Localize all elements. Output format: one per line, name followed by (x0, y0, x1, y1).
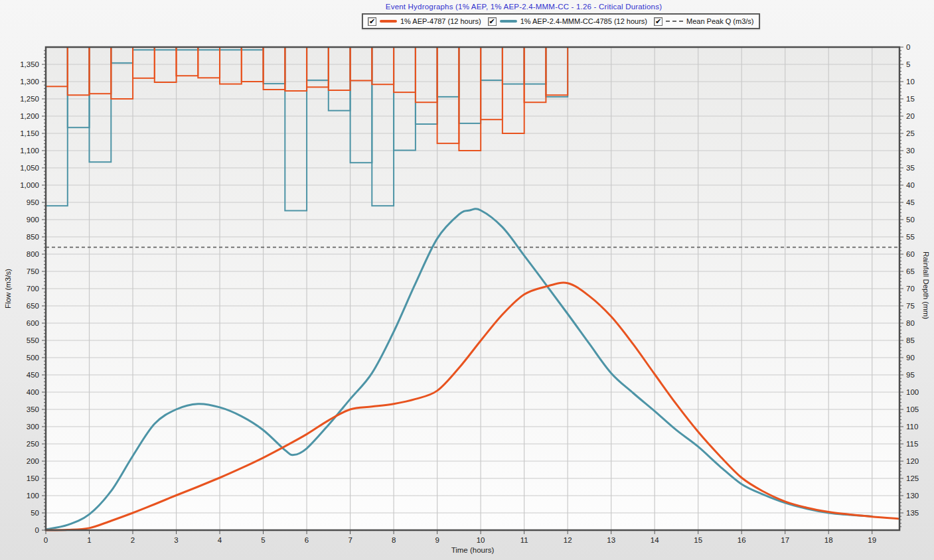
legend-item-label: 1% AEP-4787 (12 hours) (400, 17, 481, 25)
legend-item-label: 1% AEP-2.4-MMM-CC-4785 (12 hours) (520, 17, 647, 25)
svg-text:500: 500 (27, 354, 39, 362)
svg-text:50: 50 (31, 509, 39, 517)
legend-checkbox-icon[interactable]: ✔ (368, 17, 376, 26)
svg-text:1,200: 1,200 (20, 112, 39, 120)
svg-text:55: 55 (906, 233, 915, 241)
line-sample-icon (500, 20, 517, 23)
svg-text:80: 80 (906, 319, 915, 327)
svg-text:10: 10 (477, 536, 485, 544)
svg-text:2: 2 (131, 536, 135, 544)
svg-text:900: 900 (27, 216, 39, 224)
svg-text:1,000: 1,000 (20, 181, 39, 189)
svg-text:650: 650 (27, 302, 39, 310)
svg-text:150: 150 (27, 474, 39, 482)
legend-checkbox-icon[interactable]: ✔ (654, 17, 662, 26)
svg-text:250: 250 (27, 440, 39, 448)
svg-text:1: 1 (87, 536, 91, 544)
svg-text:8: 8 (392, 536, 396, 544)
svg-text:550: 550 (27, 336, 39, 344)
legend-item-0: ✔1% AEP-4787 (12 hours) (368, 17, 481, 26)
svg-text:85: 85 (906, 336, 915, 344)
svg-text:14: 14 (651, 536, 659, 544)
svg-text:115: 115 (906, 440, 918, 448)
svg-text:0: 0 (35, 526, 39, 534)
svg-text:10: 10 (906, 78, 915, 86)
svg-text:105: 105 (906, 405, 919, 413)
svg-text:125: 125 (906, 474, 919, 482)
svg-text:1,050: 1,050 (20, 164, 39, 172)
svg-text:120: 120 (906, 457, 919, 465)
svg-text:110: 110 (906, 423, 918, 431)
svg-text:15: 15 (694, 536, 702, 544)
legend-item-2: ✔Mean Peak Q (m3/s) (654, 17, 753, 26)
svg-text:65: 65 (906, 267, 915, 275)
svg-text:9: 9 (435, 536, 439, 544)
legend-item-label: Mean Peak Q (m3/s) (686, 17, 753, 25)
svg-text:1,250: 1,250 (20, 95, 39, 103)
svg-text:300: 300 (27, 423, 39, 431)
svg-text:3: 3 (174, 536, 178, 544)
svg-text:13: 13 (607, 536, 615, 544)
svg-text:20: 20 (906, 112, 915, 120)
svg-text:700: 700 (27, 285, 39, 293)
svg-text:135: 135 (906, 509, 919, 517)
svg-text:100: 100 (906, 388, 919, 396)
svg-text:1,300: 1,300 (20, 78, 39, 86)
svg-text:4: 4 (218, 536, 222, 544)
svg-text:800: 800 (27, 250, 39, 258)
flow-axis-title: Flow (m3/s) (4, 269, 12, 309)
rain-axis-tick-labels: 0510152025303540455055606570758085909510… (906, 43, 919, 517)
svg-text:5: 5 (906, 60, 910, 68)
svg-text:12: 12 (564, 536, 572, 544)
plot-area: 0501001502002503003504004505005506006507… (0, 0, 934, 560)
svg-text:18: 18 (824, 536, 833, 544)
legend-checkbox-icon[interactable]: ✔ (488, 17, 497, 26)
chart-window: 0501001502002503003504004505005506006507… (0, 0, 934, 560)
svg-text:750: 750 (27, 267, 39, 275)
flow-axis-tick-labels: 0501001502002503003504004505005506006507… (20, 60, 39, 534)
svg-text:30: 30 (906, 147, 915, 155)
svg-text:5: 5 (261, 536, 265, 544)
page-title: Event Hydrographs (1% AEP, 1% AEP-2.4-MM… (386, 3, 662, 11)
svg-text:50: 50 (906, 216, 915, 224)
svg-text:1,350: 1,350 (20, 60, 39, 68)
svg-text:6: 6 (305, 536, 309, 544)
svg-text:600: 600 (27, 319, 39, 327)
svg-text:15: 15 (906, 95, 915, 103)
svg-text:17: 17 (781, 536, 789, 544)
svg-text:0: 0 (906, 43, 910, 51)
svg-text:1,100: 1,100 (20, 147, 39, 155)
svg-text:75: 75 (906, 302, 915, 310)
svg-text:850: 850 (27, 233, 39, 241)
svg-text:95: 95 (906, 371, 915, 379)
svg-text:45: 45 (906, 198, 915, 206)
rain-axis-title: Rainfall Depth (mm) (922, 251, 930, 319)
line-sample-icon (380, 20, 397, 23)
legend: ✔1% AEP-4787 (12 hours)✔1% AEP-2.4-MMM-C… (362, 13, 760, 29)
svg-text:0: 0 (44, 536, 48, 544)
svg-text:350: 350 (27, 405, 39, 413)
svg-text:950: 950 (27, 198, 39, 206)
svg-text:7: 7 (348, 536, 352, 544)
svg-text:400: 400 (27, 388, 39, 396)
svg-text:16: 16 (738, 536, 746, 544)
svg-text:35: 35 (906, 164, 915, 172)
dashed-line-sample-icon (666, 21, 683, 22)
svg-text:11: 11 (520, 536, 528, 544)
svg-text:100: 100 (27, 492, 39, 500)
svg-text:90: 90 (906, 354, 915, 362)
svg-text:200: 200 (27, 457, 39, 465)
svg-text:1,150: 1,150 (20, 129, 39, 137)
legend-item-1: ✔1% AEP-2.4-MMM-CC-4785 (12 hours) (488, 17, 647, 26)
svg-text:450: 450 (27, 371, 39, 379)
svg-text:70: 70 (906, 285, 915, 293)
time-axis-tick-labels: 012345678910111213141516171819 (44, 536, 876, 544)
svg-text:60: 60 (906, 250, 915, 258)
time-axis-title: Time (hours) (451, 546, 495, 554)
svg-text:25: 25 (906, 129, 915, 137)
svg-text:19: 19 (868, 536, 876, 544)
svg-text:40: 40 (906, 181, 915, 189)
svg-text:130: 130 (906, 492, 919, 500)
